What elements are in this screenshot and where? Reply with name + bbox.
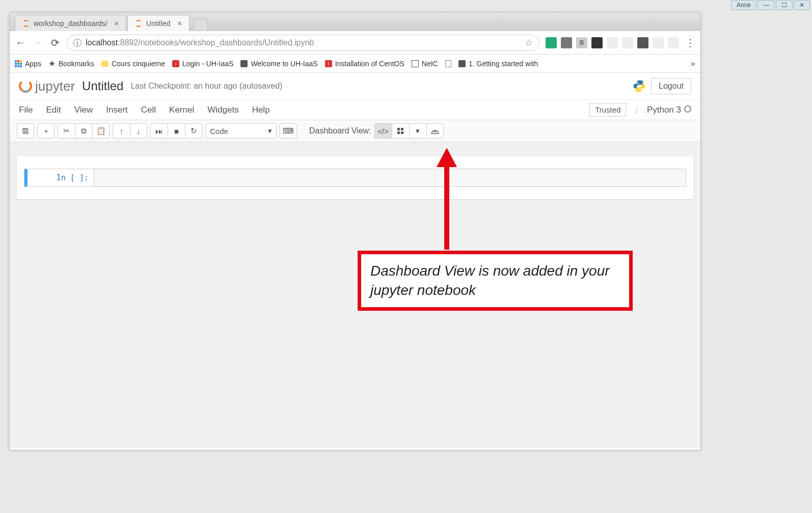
svg-rect-5 — [401, 131, 403, 134]
extension-icon[interactable] — [653, 37, 664, 48]
url-path: :8892/notebooks/workshop_dashboards/Unti… — [118, 38, 314, 47]
dashboard-icon — [431, 127, 439, 134]
extension-icon[interactable] — [546, 37, 557, 48]
apps-grid-icon — [15, 60, 22, 67]
dashboard-preview-button[interactable] — [426, 123, 444, 139]
browser-menu-button[interactable]: ⋮ — [685, 37, 695, 49]
browser-tab-workshop[interactable]: workshop_dashboards/ × — [15, 15, 126, 31]
add-cell-button[interactable]: ＋ — [37, 123, 55, 139]
bookmark-item[interactable]: 1. Getting started with — [458, 60, 538, 68]
code-input-area[interactable] — [94, 169, 686, 186]
menu-kernel[interactable]: Kernel — [169, 105, 194, 115]
extension-icon[interactable] — [591, 37, 603, 48]
menu-widgets[interactable]: Widgets — [207, 105, 238, 115]
browser-tab-untitled[interactable]: Untitled × — [127, 15, 190, 31]
bookmarks-overflow-button[interactable]: » — [691, 59, 695, 68]
doc-icon — [445, 60, 451, 67]
code-cell[interactable]: In [ ]: — [24, 169, 686, 187]
bookmark-item[interactable]: Welcome to UH-IaaS — [240, 60, 317, 68]
svg-marker-7 — [437, 148, 457, 167]
extension-icon[interactable] — [637, 37, 648, 48]
logout-button[interactable]: Logout — [651, 78, 691, 94]
new-tab-button[interactable] — [194, 19, 208, 31]
tab-close-icon[interactable]: × — [177, 19, 181, 28]
site-icon: ! — [325, 60, 332, 67]
reload-button[interactable]: ⟳ — [49, 37, 61, 49]
bookmarks-folder[interactable]: ★ Bookmarks — [48, 59, 94, 68]
kernel-status-icon — [684, 105, 691, 113]
dashboard-grid-view-button[interactable] — [392, 123, 409, 139]
notebook-title[interactable]: Untitled — [82, 79, 123, 93]
jupyter-favicon-icon — [22, 20, 30, 27]
os-window-controls: Anne — ☐ ✕ — [731, 0, 810, 10]
dashboard-notebook-view-button[interactable]: </> — [374, 123, 392, 139]
browser-tabs-row: workshop_dashboards/ × Untitled × — [10, 13, 700, 31]
save-button[interactable] — [17, 123, 34, 139]
notebook-container: In [ ]: — [17, 156, 693, 199]
dashboard-view-dropdown-button[interactable]: ▾ — [409, 123, 426, 139]
apps-button[interactable]: Apps — [15, 60, 41, 68]
menu-file[interactable]: File — [19, 105, 33, 115]
jupyter-logo[interactable]: jupyter — [19, 78, 75, 94]
tab-close-icon[interactable]: × — [115, 19, 119, 28]
paste-button[interactable]: 📋 — [92, 123, 110, 139]
move-up-button[interactable]: ↑ — [113, 123, 130, 139]
bookmark-star-icon[interactable]: ☆ — [525, 37, 533, 48]
tab-title: workshop_dashboards/ — [34, 19, 107, 28]
extension-icon[interactable]: B — [576, 37, 587, 48]
bookmark-item[interactable] — [445, 60, 451, 67]
run-button[interactable]: ⏭ — [150, 123, 168, 139]
jupyter-brand-text: jupyter — [35, 78, 75, 94]
restart-button[interactable]: ↻ — [185, 123, 202, 139]
extension-icon[interactable] — [561, 37, 572, 48]
cell-type-select[interactable]: Code▾ — [205, 123, 277, 139]
save-icon — [22, 127, 29, 134]
menu-edit[interactable]: Edit — [46, 105, 61, 115]
dashboard-view-label: Dashboard View: — [309, 126, 371, 136]
back-button[interactable]: ← — [15, 37, 26, 48]
kernel-name[interactable]: Python 3 — [647, 105, 691, 115]
cut-button[interactable]: ✂ — [58, 123, 75, 139]
menu-insert[interactable]: Insert — [106, 105, 128, 115]
jupyter-favicon-icon — [135, 20, 142, 27]
bookmark-item[interactable]: ↓Login - UH-IaaS — [172, 60, 233, 68]
address-bar[interactable]: i localhost:8892/notebooks/workshop_dash… — [67, 35, 539, 51]
maximize-button[interactable]: ☐ — [776, 0, 793, 10]
tab-title: Untitled — [146, 19, 170, 28]
extension-icon[interactable] — [668, 37, 679, 48]
python-icon — [633, 79, 646, 93]
menu-help[interactable]: Help — [252, 105, 270, 115]
chevron-down-icon: ▾ — [268, 126, 272, 136]
site-icon: ↓ — [172, 60, 179, 67]
bookmark-item[interactable]: !Installation of CentOS — [325, 60, 404, 68]
menu-view[interactable]: View — [74, 105, 93, 115]
command-palette-button[interactable]: ⌨ — [280, 123, 297, 139]
grid-icon — [397, 127, 404, 134]
site-icon — [458, 60, 466, 67]
menu-cell[interactable]: Cell — [141, 105, 156, 115]
annotation-arrow — [434, 148, 465, 255]
minimize-button[interactable]: — — [757, 0, 775, 10]
svg-rect-4 — [397, 131, 400, 134]
user-badge: Anne — [731, 0, 756, 10]
close-window-button[interactable]: ✕ — [794, 0, 810, 10]
trusted-indicator[interactable]: Trusted — [589, 103, 626, 117]
jupyter-logo-icon — [19, 79, 32, 93]
site-info-icon[interactable]: i — [73, 39, 82, 47]
url-host: localhost — [86, 38, 118, 47]
site-icon — [412, 60, 419, 67]
interrupt-button[interactable]: ■ — [168, 123, 185, 139]
svg-point-0 — [637, 82, 638, 83]
forward-button[interactable]: → — [32, 37, 43, 48]
site-icon — [240, 60, 248, 67]
copy-button[interactable]: ⧉ — [75, 123, 92, 139]
move-down-button[interactable]: ↓ — [130, 123, 147, 139]
browser-window: workshop_dashboards/ × Untitled × ← → ⟳ … — [9, 12, 701, 450]
jupyter-menubar: File Edit View Insert Cell Kernel Widget… — [10, 99, 700, 120]
bookmark-item[interactable]: Cours cinquieme — [101, 60, 165, 68]
extension-icon[interactable] — [607, 37, 618, 48]
bookmark-item[interactable]: NeIC — [412, 60, 438, 68]
extension-icon[interactable] — [622, 37, 633, 48]
jupyter-header: jupyter Untitled Last Checkpoint: an hou… — [10, 73, 700, 99]
svg-rect-3 — [401, 128, 403, 130]
